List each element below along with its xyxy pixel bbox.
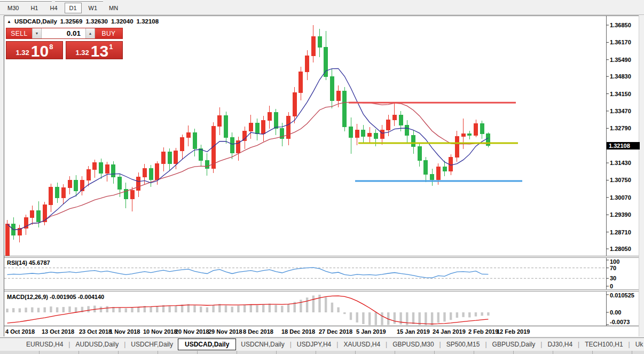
window-left-edge bbox=[0, 15, 4, 337]
timeframe-button-d1[interactable]: D1 bbox=[65, 3, 82, 13]
quote-high: 1.32630 bbox=[85, 18, 108, 25]
quote-close: 1.32108 bbox=[137, 18, 159, 25]
sell-button[interactable]: SELL bbox=[6, 28, 32, 38]
collapse-triangle-icon[interactable]: ▲ bbox=[7, 19, 11, 24]
volume-input[interactable]: 0.01 bbox=[42, 28, 85, 38]
symbol-tab-usdcnh-daily[interactable]: USDCNH,Daily bbox=[236, 339, 289, 350]
buy-price-pip: 1 bbox=[109, 43, 113, 50]
sell-price-pip: 8 bbox=[49, 43, 53, 50]
symbol-tab-dj30-h4[interactable]: DJ30,H4 bbox=[543, 339, 577, 350]
symbol-tab-tech100-h1[interactable]: TECH100,H1 bbox=[580, 339, 627, 350]
symbol-tab-usdchf-daily[interactable]: USDCHF,Daily bbox=[126, 339, 178, 350]
symbol-tab-audusd-daily[interactable]: AUDUSD,Daily bbox=[70, 339, 123, 350]
symbol-tab-gbpusd-daily[interactable]: GBPUSD,Daily bbox=[488, 339, 540, 350]
symbol-tab-sp500-m15[interactable]: SP500,M15 bbox=[442, 339, 485, 350]
symbol-tab-bar: EURUSD,H4|AUDUSD,Daily|USDCHF,DailyUSDCA… bbox=[0, 337, 644, 351]
buy-price-big: 13 bbox=[91, 44, 108, 58]
symbol-tab-usdcad-daily[interactable]: USDCAD,Daily bbox=[178, 339, 236, 350]
symbol-tab-usdjpy-h4[interactable]: USDJPY,H4 bbox=[292, 339, 336, 350]
volume-increase-button[interactable]: ▲ bbox=[85, 28, 95, 38]
symbol-name: USDCAD,Daily bbox=[14, 18, 57, 25]
bottom-window-strip bbox=[0, 351, 644, 354]
sell-price-panel[interactable]: 1.32 10 8 bbox=[6, 41, 63, 59]
buy-button[interactable]: BUY bbox=[95, 28, 122, 38]
buy-price-prefix: 1.32 bbox=[76, 49, 89, 56]
symbol-tab-xauusd-h4[interactable]: XAUUSD,H4 bbox=[339, 339, 385, 350]
sell-price-prefix: 1.32 bbox=[16, 49, 29, 56]
chart-background bbox=[4, 15, 639, 336]
quote-low: 1.32040 bbox=[111, 18, 133, 25]
symbol-tab-gbpusd-m30[interactable]: GBPUSD,M30 bbox=[388, 339, 438, 350]
timeframe-button-mn[interactable]: MN bbox=[104, 3, 123, 13]
symbol-tab-eurusd-h4[interactable]: EURUSD,H4 bbox=[21, 339, 68, 350]
chart-symbol-title: ▲ USDCAD,Daily 1.32569 1.32630 1.32040 1… bbox=[7, 18, 162, 25]
timeframe-button-h1[interactable]: H1 bbox=[26, 3, 43, 13]
symbol-tab-uk[interactable]: Uk bbox=[631, 339, 644, 350]
timeframe-toolbar: M30H1H4D1W1MN bbox=[0, 2, 644, 15]
sell-price-big: 10 bbox=[31, 44, 49, 58]
quote-open: 1.32569 bbox=[60, 18, 83, 25]
buy-price-panel[interactable]: 1.32 13 1 bbox=[66, 41, 123, 59]
timeframe-button-w1[interactable]: W1 bbox=[84, 3, 103, 13]
timeframe-button-m30[interactable]: M30 bbox=[3, 3, 23, 13]
one-click-trading-widget: SELL ▼ 0.01 ▲ BUY 1.32 10 8 1.32 13 1 bbox=[6, 28, 123, 59]
volume-decrease-button[interactable]: ▼ bbox=[32, 28, 42, 38]
window-right-edge bbox=[639, 15, 644, 336]
timeframe-button-h4[interactable]: H4 bbox=[45, 3, 62, 13]
